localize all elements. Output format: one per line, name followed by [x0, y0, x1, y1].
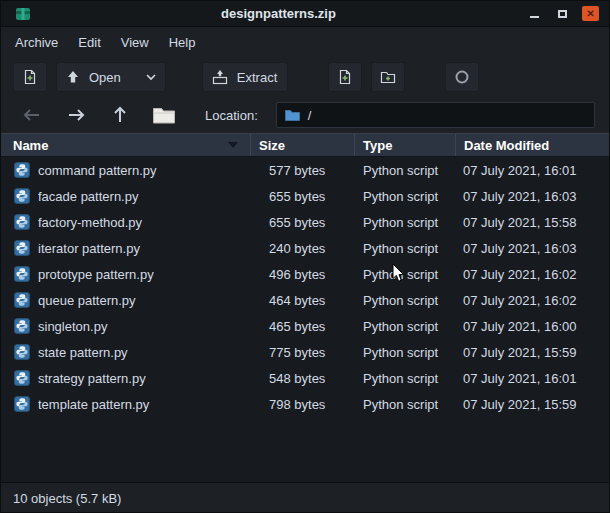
file-size: 655 bytes — [251, 215, 355, 230]
table-row[interactable]: factory-method.py 655 bytes Python scrip… — [1, 209, 609, 235]
file-date: 07 July 2021, 16:03 — [456, 241, 609, 256]
file-type: Python script — [355, 267, 456, 282]
file-date: 07 July 2021, 16:00 — [456, 319, 609, 334]
file-name: prototype pattern.py — [38, 267, 154, 282]
open-button-label: Open — [89, 70, 123, 85]
file-size: 655 bytes — [251, 189, 355, 204]
up-arrow-icon — [113, 106, 127, 124]
extract-button[interactable]: Extract — [202, 62, 288, 92]
open-button[interactable]: Open — [56, 62, 166, 92]
file-table-header: Name Size Type Date Modified — [1, 133, 609, 157]
menu-archive[interactable]: Archive — [5, 30, 68, 55]
back-arrow-icon — [22, 108, 42, 122]
forward-arrow-icon — [66, 108, 86, 122]
file-type: Python script — [355, 189, 456, 204]
maximize-button[interactable] — [554, 6, 570, 22]
file-date: 07 July 2021, 16:02 — [456, 293, 609, 308]
add-folder-icon — [380, 69, 396, 85]
table-row[interactable]: queue pattern.py 464 bytes Python script… — [1, 287, 609, 313]
column-header-name[interactable]: Name — [1, 134, 251, 156]
python-file-icon — [14, 214, 30, 230]
python-file-icon — [14, 396, 30, 412]
home-folder-icon — [152, 106, 176, 125]
file-type: Python script — [355, 241, 456, 256]
file-name: command pattern.py — [38, 163, 157, 178]
location-bar: Location: / — [1, 97, 609, 133]
file-type: Python script — [355, 319, 456, 334]
file-size: 577 bytes — [251, 163, 355, 178]
open-icon — [65, 69, 81, 85]
back-button[interactable] — [15, 101, 49, 129]
file-date: 07 July 2021, 15:59 — [456, 345, 609, 360]
file-type: Python script — [355, 371, 456, 386]
file-date: 07 July 2021, 16:03 — [456, 189, 609, 204]
table-row[interactable]: template pattern.py 798 bytes Python scr… — [1, 391, 609, 417]
table-row[interactable]: command pattern.py 577 bytes Python scri… — [1, 157, 609, 183]
menu-view[interactable]: View — [111, 30, 159, 55]
python-file-icon — [14, 318, 30, 334]
home-folder-button[interactable] — [147, 101, 181, 129]
file-name: queue pattern.py — [38, 293, 136, 308]
file-date: 07 July 2021, 15:59 — [456, 397, 609, 412]
file-size: 240 bytes — [251, 241, 355, 256]
open-dropdown-chevron-icon[interactable] — [145, 73, 157, 81]
file-size: 464 bytes — [251, 293, 355, 308]
file-size: 548 bytes — [251, 371, 355, 386]
file-name: template pattern.py — [38, 397, 149, 412]
file-type: Python script — [355, 293, 456, 308]
python-file-icon — [14, 370, 30, 386]
location-input[interactable]: / — [276, 102, 595, 128]
extract-icon — [211, 69, 229, 85]
table-row[interactable]: prototype pattern.py 496 bytes Python sc… — [1, 261, 609, 287]
file-name: singleton.py — [38, 319, 107, 334]
file-size: 798 bytes — [251, 397, 355, 412]
stop-button[interactable] — [445, 62, 479, 92]
python-file-icon — [14, 266, 30, 282]
toolbar: Open Extract — [1, 57, 609, 97]
sort-descending-icon — [228, 142, 238, 148]
file-name: facade pattern.py — [38, 189, 138, 204]
file-date: 07 July 2021, 16:01 — [456, 163, 609, 178]
statusbar: 10 objects (5.7 kB) — [1, 482, 609, 513]
file-name: factory-method.py — [38, 215, 142, 230]
file-date: 07 July 2021, 15:58 — [456, 215, 609, 230]
add-file-button[interactable] — [328, 62, 362, 92]
archive-manager-window: designpatterns.zip ✕ Archive Edit View H… — [1, 1, 609, 513]
file-list: command pattern.py 577 bytes Python scri… — [1, 157, 609, 482]
column-header-size[interactable]: Size — [251, 134, 355, 156]
table-row[interactable]: state pattern.py 775 bytes Python script… — [1, 339, 609, 365]
menu-edit[interactable]: Edit — [68, 30, 110, 55]
location-label: Location: — [205, 108, 258, 123]
close-button[interactable]: ✕ — [582, 6, 599, 21]
file-type: Python script — [355, 215, 456, 230]
file-type: Python script — [355, 345, 456, 360]
menu-help[interactable]: Help — [159, 30, 206, 55]
file-size: 465 bytes — [251, 319, 355, 334]
new-archive-button[interactable] — [13, 62, 47, 92]
window-title: designpatterns.zip — [31, 6, 526, 21]
table-row[interactable]: strategy pattern.py 548 bytes Python scr… — [1, 365, 609, 391]
file-size: 775 bytes — [251, 345, 355, 360]
table-row[interactable]: iterator pattern.py 240 bytes Python scr… — [1, 235, 609, 261]
python-file-icon — [14, 188, 30, 204]
stop-circle-icon — [454, 69, 470, 85]
add-folder-button[interactable] — [371, 62, 405, 92]
location-path: / — [308, 108, 312, 123]
file-date: 07 July 2021, 16:02 — [456, 267, 609, 282]
table-row[interactable]: facade pattern.py 655 bytes Python scrip… — [1, 183, 609, 209]
menubar: Archive Edit View Help — [1, 27, 609, 57]
column-header-date-modified[interactable]: Date Modified — [456, 134, 609, 156]
file-name: state pattern.py — [38, 345, 128, 360]
python-file-icon — [14, 240, 30, 256]
status-text: 10 objects (5.7 kB) — [13, 491, 121, 506]
python-file-icon — [14, 162, 30, 178]
forward-button[interactable] — [59, 101, 93, 129]
archive-app-icon — [15, 6, 31, 22]
up-button[interactable] — [103, 101, 137, 129]
file-date: 07 July 2021, 16:01 — [456, 371, 609, 386]
column-header-type[interactable]: Type — [355, 134, 456, 156]
table-row[interactable]: singleton.py 465 bytes Python script 07 … — [1, 313, 609, 339]
titlebar: designpatterns.zip ✕ — [1, 1, 609, 27]
file-type: Python script — [355, 163, 456, 178]
minimize-button[interactable] — [526, 6, 542, 22]
